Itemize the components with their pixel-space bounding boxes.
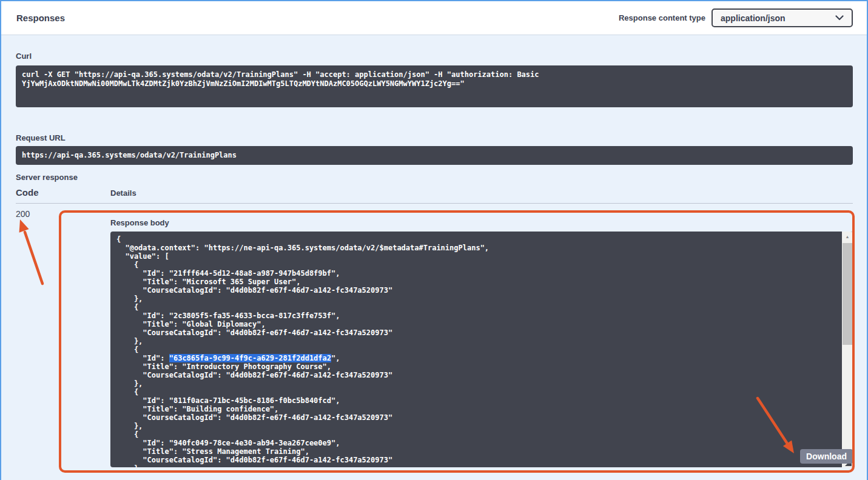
response-content-type-select[interactable]: application/json xyxy=(712,8,853,27)
response-content-type-group: Response content type application/json xyxy=(619,8,853,27)
scrollbar-thumb[interactable] xyxy=(843,243,852,345)
selected-text: "63c865fa-9c99-4f9c-a629-281f2dd1dfa2 xyxy=(169,354,331,362)
responses-header: Responses Response content type applicat… xyxy=(1,1,867,35)
details-column-header: Details xyxy=(110,188,136,198)
request-url-label: Request URL xyxy=(16,133,853,142)
responses-title: Responses xyxy=(16,13,65,23)
scrollbar-up-button[interactable]: ▲ xyxy=(842,232,853,242)
response-body-label: Response body xyxy=(110,218,853,227)
download-button[interactable]: Download xyxy=(800,449,853,464)
response-row-200: 200 Response body { "@odata.context": "h… xyxy=(16,204,853,467)
operation-panel: Responses Response content type applicat… xyxy=(0,0,868,480)
response-content-type-label: Response content type xyxy=(619,13,705,22)
curl-label: Curl xyxy=(16,35,853,61)
curl-command: curl -X GET "https://api-qa.365.systems/… xyxy=(16,65,853,107)
request-url-value: https://api-qa.365.systems/odata/v2/Trai… xyxy=(16,146,853,165)
chevron-down-icon xyxy=(835,15,844,21)
response-body[interactable]: { "@odata.context": "https://ne-api-qa.3… xyxy=(110,232,853,467)
responses-section: Curl curl -X GET "https://api-qa.365.sys… xyxy=(1,35,867,480)
response-content-type-value: application/json xyxy=(721,13,786,23)
server-response-label: Server response xyxy=(16,173,853,182)
code-column-header: Code xyxy=(16,187,110,198)
response-table-header: Code Details xyxy=(16,187,853,204)
status-code: 200 xyxy=(16,204,110,467)
response-details: Response body { "@odata.context": "https… xyxy=(110,204,853,467)
scrollbar[interactable]: ▲ xyxy=(842,232,853,467)
scroll-up-icon: ▲ xyxy=(846,235,850,239)
response-body-code: { "@odata.context": "https://ne-api-qa.3… xyxy=(110,232,853,467)
